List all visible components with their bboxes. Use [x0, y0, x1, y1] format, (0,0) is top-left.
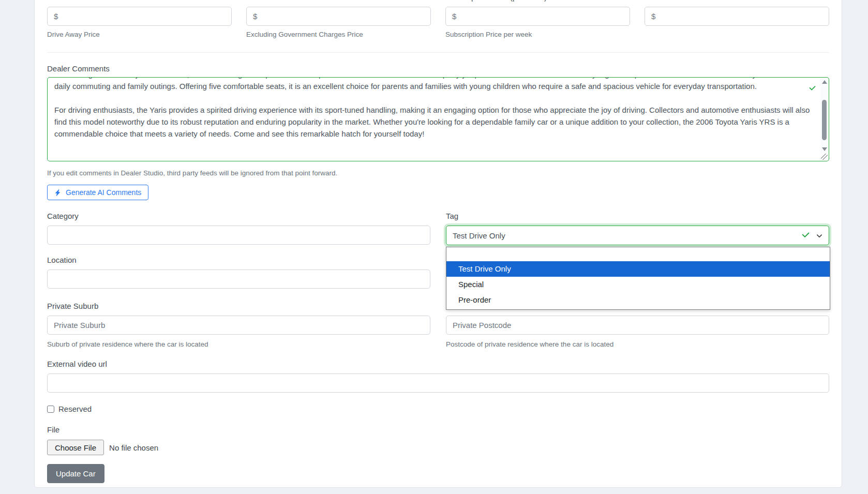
category-field: Category — [47, 212, 430, 245]
tag-option-test-drive-only[interactable]: Test Drive Only — [446, 261, 830, 277]
tag-field: Tag Test Drive Only — [446, 212, 829, 245]
egc-price-caption: Excluding Government Charges Price — [246, 31, 431, 38]
chevron-down-icon — [816, 233, 822, 239]
private-postcode-input[interactable] — [446, 316, 829, 335]
price-field-egc: Excluding Government Charges Price — [246, 7, 431, 38]
price-field-subscription: Subscription Price per week — [445, 7, 630, 38]
generate-ai-comments-label: Generate AI Comments — [66, 188, 141, 197]
external-video-url-input[interactable] — [47, 373, 829, 393]
tag-select[interactable]: Test Drive Only — [446, 226, 829, 245]
egc-price-input[interactable] — [246, 7, 431, 26]
file-status-text: No file chosen — [109, 443, 158, 452]
choose-file-button[interactable]: Choose File — [47, 440, 104, 455]
tag-option-special[interactable]: Special — [446, 277, 830, 292]
tag-option-pre-order[interactable]: Pre-order — [446, 292, 830, 308]
resize-handle-icon[interactable] — [821, 154, 828, 160]
location-field: Location — [47, 256, 430, 289]
file-field: Choose File No file chosen — [47, 440, 829, 455]
private-suburb-helper: Suburb of private residence where the ca… — [47, 340, 430, 349]
valid-check-icon — [809, 85, 816, 92]
reserved-label: Reserved — [58, 405, 92, 413]
tag-label: Tag — [446, 212, 829, 221]
external-video-url-label: External video url — [47, 360, 829, 369]
textarea-scrollbar[interactable] — [820, 78, 828, 153]
location-input[interactable] — [47, 270, 430, 289]
dealer-comments-note: If you edit comments in Dealer Studio, t… — [47, 169, 829, 177]
price-field-drive-away: Drive Away Price — [47, 7, 232, 38]
file-label: File — [47, 425, 829, 435]
drive-away-price-caption: Drive Away Price — [47, 31, 232, 38]
private-postcode-helper: Postcode of private residence where the … — [446, 340, 829, 349]
tag-dropdown: Test Drive Only Special Pre-order — [446, 247, 830, 310]
form-card: Subscription Price (per week) Drive Away… — [34, 0, 842, 488]
dealer-comments-textarea[interactable]: Introducing the 2006 Toyota Yaris YRS, a… — [47, 77, 829, 161]
subscription-price-caption: Subscription Price per week — [445, 31, 630, 38]
category-input[interactable] — [47, 226, 430, 245]
tag-option-empty[interactable] — [446, 247, 830, 261]
category-tag-row: Category Tag Test Drive Only Test Drive … — [47, 212, 829, 245]
update-car-button[interactable]: Update Car — [47, 464, 104, 483]
dealer-comments-text: Introducing the 2006 Toyota Yaris YRS, a… — [54, 78, 813, 140]
private-suburb-label: Private Suburb — [47, 302, 430, 311]
private-suburb-input[interactable] — [47, 316, 430, 335]
category-label: Category — [47, 212, 430, 221]
scroll-up-icon[interactable] — [820, 78, 828, 86]
subscription-price-input[interactable] — [445, 7, 630, 26]
location-label: Location — [47, 256, 430, 265]
drive-away-price-input[interactable] — [47, 7, 232, 26]
scrollbar-thumb[interactable] — [822, 100, 827, 140]
valid-check-icon — [802, 232, 810, 239]
reserved-field: Reserved — [47, 405, 829, 413]
scroll-down-icon[interactable] — [820, 145, 828, 153]
price-field-extra — [645, 7, 829, 38]
subscription-price-top-label: Subscription Price (per week) — [445, 0, 547, 2]
tag-selected-value: Test Drive Only — [453, 231, 505, 240]
private-suburb-field: Private Suburb Suburb of private residen… — [47, 302, 430, 349]
pricing-section: Subscription Price (per week) Drive Away… — [47, 7, 829, 38]
reserved-checkbox[interactable] — [47, 406, 54, 413]
extra-price-input[interactable] — [645, 7, 829, 26]
section-divider — [47, 52, 829, 53]
lightning-icon — [54, 189, 61, 197]
dealer-comments-label: Dealer Comments — [47, 64, 829, 73]
generate-ai-comments-button[interactable]: Generate AI Comments — [47, 185, 148, 200]
dealer-comments-text-clip: Introducing the 2006 Toyota Yaris YRS, a… — [54, 78, 813, 160]
